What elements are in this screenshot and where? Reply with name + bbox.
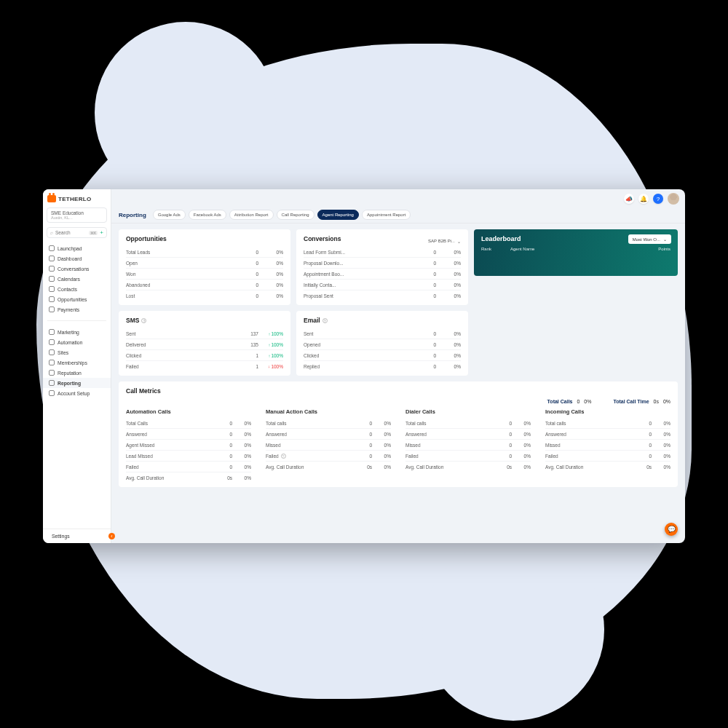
brand-icon bbox=[47, 195, 56, 202]
nav-icon bbox=[49, 306, 55, 312]
nav-icon bbox=[49, 370, 55, 376]
sidebar-item-marketing[interactable]: Marketing bbox=[43, 327, 111, 337]
sidebar-item-account-setup[interactable]: Account Setup bbox=[43, 388, 111, 398]
metric-row: Failed00% bbox=[266, 451, 391, 462]
metric-value: 0s bbox=[357, 464, 372, 470]
settings-link[interactable]: Settings bbox=[43, 529, 111, 543]
metric-label: Lead Form Submi... bbox=[304, 250, 416, 255]
metric-percent: 0% bbox=[258, 250, 283, 255]
metric-label: Total Calls bbox=[126, 421, 218, 426]
info-icon[interactable] bbox=[323, 318, 328, 323]
metric-label: Proposal Sent bbox=[304, 293, 416, 298]
metric-label: Clicked bbox=[126, 353, 238, 358]
sidebar-item-opportunities[interactable]: Opportunities bbox=[43, 294, 111, 304]
sidebar-item-dashboard[interactable]: Dashboard bbox=[43, 253, 111, 264]
sidebar-item-memberships[interactable]: Memberships bbox=[43, 357, 111, 368]
collapse-sidebar-button[interactable]: ‹ bbox=[108, 533, 115, 539]
metric-percent: 0% bbox=[652, 464, 670, 470]
sidebar-item-launchpad[interactable]: Launchpad bbox=[43, 243, 111, 253]
account-switcher[interactable]: SME Education Austin, KL... bbox=[47, 207, 107, 223]
sidebar-item-payments[interactable]: Payments bbox=[43, 304, 111, 314]
metric-row: Answered00% bbox=[405, 429, 531, 440]
tab-agent-reporting[interactable]: Agent Reporting bbox=[317, 210, 359, 220]
metric-row: Open00% bbox=[126, 258, 283, 269]
total-call-time-summary: Total Call Time 0s 0% bbox=[613, 399, 670, 404]
metric-value: 0 bbox=[218, 421, 232, 426]
nav-label: Sites bbox=[58, 350, 68, 355]
metric-percent: 0% bbox=[372, 432, 391, 437]
metric-percent: 0% bbox=[258, 272, 283, 277]
metric-value: 0 bbox=[357, 454, 372, 459]
tab-attribution-report[interactable]: Attribution Report bbox=[229, 210, 274, 220]
metric-value: 0s bbox=[637, 464, 652, 470]
sidebar-item-conversations[interactable]: Conversations bbox=[43, 264, 111, 274]
nav-icon bbox=[49, 276, 55, 282]
leaderboard-sort-selector[interactable]: Most Won O... ⌄ bbox=[628, 234, 671, 244]
sidebar-item-sites[interactable]: Sites bbox=[43, 347, 111, 357]
metric-percent: 0% bbox=[512, 443, 531, 448]
call-column-title: Dialer Calls bbox=[405, 408, 531, 415]
tab-google-ads[interactable]: Google Ads bbox=[153, 210, 186, 220]
tab-facebook-ads[interactable]: Facebook Ads bbox=[189, 210, 226, 220]
account-sub: Austin, KL... bbox=[51, 215, 103, 220]
metric-label: Won bbox=[126, 272, 238, 277]
metric-label: Open bbox=[126, 261, 238, 266]
metric-value: 0 bbox=[416, 353, 436, 358]
notifications-button[interactable]: 🔔 bbox=[638, 194, 649, 204]
metric-row: Avg. Call Duration0s0% bbox=[545, 462, 670, 472]
metric-label: Failed bbox=[266, 454, 357, 459]
sidebar-item-reputation[interactable]: Reputation bbox=[43, 368, 111, 378]
metric-label: Delivered bbox=[126, 342, 238, 347]
tab-call-reporting[interactable]: Call Reporting bbox=[277, 210, 314, 220]
metric-label: Answered bbox=[405, 432, 497, 437]
user-avatar[interactable] bbox=[668, 193, 679, 205]
sidebar-item-reporting[interactable]: Reporting bbox=[43, 378, 111, 388]
sidebar-item-calendars[interactable]: Calendars bbox=[43, 274, 111, 284]
help-button[interactable]: ? bbox=[653, 194, 663, 204]
brand-logo[interactable]: TETHERLO bbox=[43, 189, 111, 205]
metric-percent: 0% bbox=[372, 443, 391, 448]
leaderboard-col-agent: Agent Name bbox=[510, 247, 534, 251]
info-icon[interactable] bbox=[141, 318, 146, 323]
topbar: 📣 🔔 ? bbox=[111, 189, 685, 208]
metric-value: 0 bbox=[416, 261, 436, 266]
chat-fab[interactable]: 💬 bbox=[665, 523, 678, 536]
sidebar-search[interactable]: ⌕ ⌘K + bbox=[47, 227, 107, 238]
metric-label: Initially Conta... bbox=[304, 282, 416, 288]
metric-value: 0 bbox=[416, 272, 436, 277]
sidebar-item-automation[interactable]: Automation bbox=[43, 337, 111, 347]
tab-appointment-report[interactable]: Appointment Report bbox=[362, 210, 411, 220]
metric-row: Missed00% bbox=[545, 440, 670, 451]
metric-value: 0 bbox=[416, 331, 436, 336]
metric-row: Abandoned00% bbox=[126, 280, 283, 290]
announce-button[interactable]: 📣 bbox=[624, 194, 634, 204]
call-column: Manual Action CallsTotal calls00%Answere… bbox=[266, 408, 391, 483]
metric-label: Avg. Call Duration bbox=[266, 464, 357, 470]
conversions-pipeline-selector[interactable]: SAP B2B Pi... ⌄ bbox=[428, 239, 461, 244]
metric-value: 0 bbox=[238, 293, 258, 298]
metric-row: Won00% bbox=[126, 269, 283, 280]
metric-label: Total Leads bbox=[126, 250, 238, 255]
metric-percent: 0% bbox=[258, 293, 283, 298]
call-column: Incoming CallsTotal calls00%Answered00%M… bbox=[545, 408, 670, 483]
metric-label: Missed bbox=[266, 443, 357, 448]
metric-value: 0 bbox=[497, 421, 512, 426]
metric-percent: 0% bbox=[436, 342, 461, 347]
metric-row: Initially Conta...00% bbox=[304, 280, 461, 290]
metric-value: 0 bbox=[637, 454, 652, 459]
metric-label: Answered bbox=[126, 432, 218, 437]
sidebar-item-contacts[interactable]: Contacts bbox=[43, 284, 111, 294]
metric-value: 0 bbox=[637, 432, 652, 437]
info-icon[interactable] bbox=[281, 454, 286, 459]
metric-percent: 0% bbox=[372, 421, 391, 426]
metric-row: Clicked1100% bbox=[126, 350, 283, 361]
search-input[interactable] bbox=[55, 230, 87, 235]
metric-row: Missed00% bbox=[405, 440, 531, 451]
conversions-selector-label: SAP B2B Pi... bbox=[428, 239, 455, 243]
metric-row: Avg. Call Duration0s0% bbox=[405, 462, 531, 472]
nav-icon bbox=[49, 390, 55, 396]
metric-row: Total calls00% bbox=[266, 418, 391, 429]
add-icon[interactable]: + bbox=[100, 229, 103, 236]
metric-row: Replied00% bbox=[304, 361, 461, 371]
metric-row: Failed00% bbox=[545, 451, 670, 462]
